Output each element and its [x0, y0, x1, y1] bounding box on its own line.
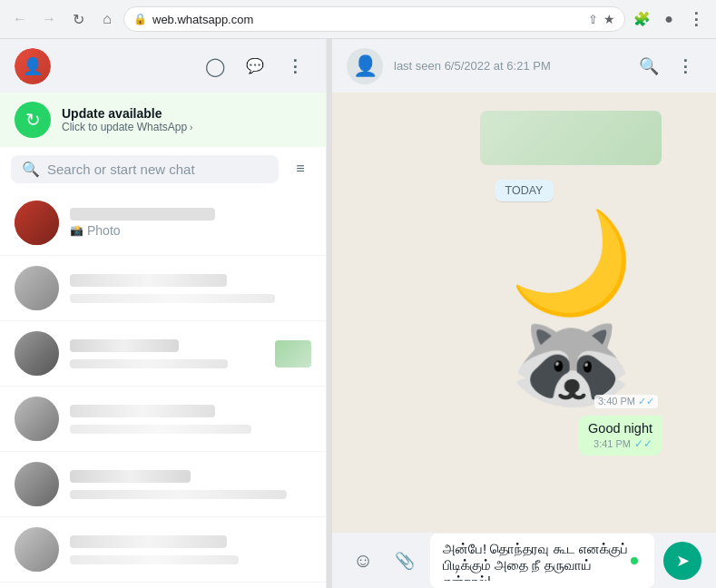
profile-button[interactable]: ●: [656, 6, 682, 32]
home-button[interactable]: ⌂: [94, 6, 120, 32]
chat-item[interactable]: [0, 517, 326, 583]
right-header: 👤 last seen 6/5/2022 at 6:21 PM 🔍 ⋮: [332, 39, 716, 93]
date-divider: TODAY: [387, 180, 662, 201]
double-check-icon: ✓✓: [634, 437, 652, 450]
preview-blur: [70, 425, 251, 434]
chat-preview: 📸 Photo: [70, 223, 311, 238]
sticker-message: 🌙🦝 3:40 PM ✓✓: [387, 212, 662, 412]
update-chevron: ›: [190, 122, 192, 132]
left-header: 👤 ◯ 💬 ⋮: [0, 39, 326, 93]
update-subtitle: Click to update WhatsApp ›: [62, 121, 192, 133]
search-icon: 🔍: [22, 161, 40, 178]
blurred-bubble: [480, 111, 662, 165]
reload-button[interactable]: ↻: [65, 6, 91, 32]
chat-info-blurred: [70, 405, 311, 434]
browser-toolbar: ← → ↻ ⌂ 🔒 web.whatsapp.com ⇧ ★ 🧩 ● ⋮: [0, 0, 716, 38]
chat-avatar-blurred: [15, 397, 59, 441]
send-icon: ➤: [676, 551, 690, 571]
left-panel: 👤 ◯ 💬 ⋮ ↻ Update available Click to upda…: [0, 39, 327, 588]
app-container: 👤 ◯ 💬 ⋮ ↻ Update available Click to upda…: [0, 39, 716, 588]
search-chat-button[interactable]: 🔍: [633, 50, 665, 83]
preview-blur: [70, 294, 275, 303]
search-input-wrap[interactable]: 🔍: [11, 155, 279, 183]
chat-avatar: [15, 201, 59, 245]
filter-button[interactable]: ≡: [286, 154, 315, 183]
name-blur: [70, 470, 191, 483]
chat-avatar-blurred: [15, 462, 59, 506]
url-text: web.whatsapp.com: [152, 13, 583, 26]
recording-dot: [631, 557, 638, 564]
chat-name-row: [70, 208, 311, 220]
share-icon: ⇧: [588, 13, 598, 26]
message-input-wrap: அன்பே! தொந்தரவு கூட எனக்குப் பிடிக்கும் …: [430, 534, 654, 588]
chat-item[interactable]: [0, 321, 326, 387]
chat-item[interactable]: 📸 Photo: [0, 191, 326, 256]
send-button[interactable]: ➤: [663, 542, 701, 580]
chat-avatar-blurred: [15, 266, 59, 310]
chat-item[interactable]: [0, 387, 326, 452]
chat-menu-button[interactable]: ⋮: [669, 50, 701, 83]
browser-menu-button[interactable]: ⋮: [683, 6, 709, 32]
contact-status: last seen 6/5/2022 at 6:21 PM: [394, 59, 622, 73]
my-avatar[interactable]: 👤: [15, 48, 51, 84]
chat-item[interactable]: [0, 452, 326, 517]
attach-button[interactable]: 📎: [388, 544, 421, 577]
outgoing-bubble: Good night 3:41 PM ✓✓: [579, 416, 662, 456]
input-area: ☺ 📎 அன்பே! தொந்தரவு கூட எனக்குப் பிடிக்க…: [332, 533, 716, 588]
update-text: Update available Click to update WhatsAp…: [62, 106, 192, 133]
chat-info-blurred: [70, 470, 311, 499]
update-title: Update available: [62, 106, 192, 121]
update-icon: ↻: [15, 102, 51, 138]
bubble-text: Good night: [588, 421, 652, 436]
message-input[interactable]: அன்பே! தொந்தரவு கூட எனக்குப் பிடிக்கும் …: [443, 541, 631, 581]
chat-avatar-blurred: [15, 331, 59, 376]
right-panel: 👤 last seen 6/5/2022 at 6:21 PM 🔍 ⋮ TODA…: [332, 39, 716, 588]
chat-name-placeholder: [70, 208, 215, 220]
emoji-button[interactable]: ☺: [347, 544, 379, 577]
sticker-time: 3:40 PM ✓✓: [594, 395, 658, 408]
blurred-message: [387, 111, 662, 165]
outgoing-message: Good night 3:41 PM ✓✓: [387, 416, 662, 456]
back-button[interactable]: ←: [7, 6, 33, 32]
lock-icon: 🔒: [133, 13, 147, 25]
name-blur: [70, 535, 227, 548]
sticker-emoji: 🌙🦝: [480, 212, 662, 412]
name-blur: [70, 339, 179, 352]
search-input[interactable]: [47, 162, 268, 177]
extensions-button[interactable]: 🧩: [629, 6, 654, 32]
toolbar-right: 🧩 ● ⋮: [629, 6, 709, 32]
contact-info: last seen 6/5/2022 at 6:21 PM: [394, 59, 622, 73]
new-chat-button[interactable]: 💬: [239, 50, 271, 83]
star-icon: ★: [603, 12, 615, 26]
name-blur: [70, 405, 215, 417]
chat-avatar-blurred: [15, 527, 59, 572]
search-bar: 🔍 ≡: [0, 147, 326, 191]
name-blur: [70, 274, 227, 287]
browser-chrome: ← → ↻ ⌂ 🔒 web.whatsapp.com ⇧ ★ 🧩 ● ⋮: [0, 0, 716, 39]
date-badge: TODAY: [495, 180, 554, 201]
preview-blur: [70, 555, 239, 564]
forward-button[interactable]: →: [36, 6, 62, 32]
status-button[interactable]: ◯: [199, 50, 231, 83]
preview-blur: [70, 359, 228, 368]
photo-icon: 📸: [70, 224, 83, 237]
chat-info-blurred: [70, 535, 311, 564]
chat-list: 📸 Photo: [0, 191, 326, 588]
check-mark: ✓✓: [638, 396, 654, 407]
chat-info-blurred: [70, 274, 311, 303]
preview-green-thumb: [275, 340, 311, 368]
menu-button[interactable]: ⋮: [279, 50, 311, 83]
address-bar[interactable]: 🔒 web.whatsapp.com ⇧ ★: [123, 6, 625, 32]
chat-info: 📸 Photo: [70, 208, 311, 238]
preview-blur: [70, 490, 287, 499]
update-banner[interactable]: ↻ Update available Click to update Whats…: [0, 93, 326, 147]
right-header-icons: 🔍 ⋮: [633, 50, 701, 83]
messages-area: TODAY 🌙🦝 3:40 PM ✓✓ Good night 3:41 PM: [332, 93, 716, 533]
chat-info-blurred: [70, 339, 268, 368]
left-header-icons: ◯ 💬 ⋮: [199, 50, 311, 83]
sticker-bubble: 🌙🦝 3:40 PM ✓✓: [480, 212, 662, 412]
bubble-meta: 3:41 PM ✓✓: [588, 437, 652, 450]
contact-avatar[interactable]: 👤: [347, 48, 383, 84]
bubble-time: 3:41 PM: [593, 438, 631, 449]
chat-item[interactable]: [0, 256, 326, 321]
